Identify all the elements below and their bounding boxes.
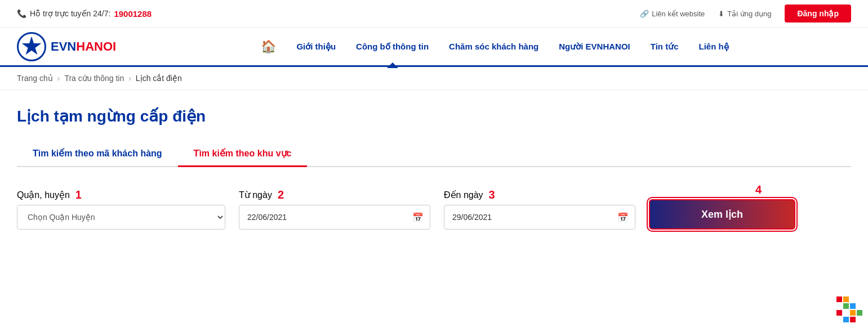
nav-item-congbo[interactable]: Công bố thông tin — [346, 27, 439, 66]
breadcrumb: Trang chủ › Tra cứu thông tin › Lịch cắt… — [0, 67, 868, 90]
link-website[interactable]: 🔗 Liên kết website — [640, 10, 705, 18]
phone-number: 19001288 — [114, 9, 152, 19]
header: EVNHANOI 🏠 Giới thiệu Công bố thông tin … — [0, 28, 868, 67]
support-label: Hỗ trợ trực tuyến 24/7: — [30, 9, 110, 18]
tab-ma-khach-hang[interactable]: Tìm kiếm theo mã khách hàng — [17, 141, 178, 167]
breadcrumb-tracuu[interactable]: Tra cứu thông tin — [64, 74, 124, 83]
dl-icon: ⬇ — [718, 10, 724, 18]
breadcrumb-home[interactable]: Trang chủ — [17, 74, 53, 83]
from-date-input[interactable] — [239, 205, 430, 230]
logo[interactable]: EVNHANOI — [17, 32, 116, 61]
topbar-right: 🔗 Liên kết website ⬇ Tải ứng dụng Đăng n… — [640, 5, 851, 23]
from-date-label: Từ ngày — [239, 190, 272, 200]
search-button-group: 4 4 Xem lịch — [649, 183, 795, 230]
nav-home-icon[interactable]: 🏠 — [251, 39, 286, 54]
phone-icon: 📞 — [17, 9, 26, 18]
logo-star — [21, 37, 42, 57]
from-date-label-row: Từ ngày 2 — [239, 188, 430, 201]
breadcrumb-sep-1: › — [57, 74, 60, 83]
search-step-display: 4 — [755, 183, 762, 196]
from-date-step: 2 — [278, 188, 284, 201]
nav-item-tintuc[interactable]: Tin tức — [640, 27, 689, 66]
to-date-wrap: 📅 — [444, 205, 635, 230]
nav-item-lienhe[interactable]: Liên hệ — [689, 27, 739, 66]
main-nav: 🏠 Giới thiệu Công bố thông tin Chăm sóc … — [139, 27, 851, 66]
logo-icon — [17, 32, 46, 61]
link-icon: 🔗 — [640, 10, 649, 18]
to-date-label: Đến ngày — [444, 190, 483, 200]
to-date-step: 3 — [489, 188, 495, 201]
search-btn-wrap: 4 Xem lịch — [649, 199, 795, 230]
district-step: 1 — [75, 188, 82, 201]
nav-item-gioithieu[interactable]: Giới thiệu — [286, 27, 346, 66]
from-date-wrap: 📅 — [239, 205, 430, 230]
nav-item-chamsoc[interactable]: Chăm sóc khách hàng — [439, 27, 549, 66]
login-button[interactable]: Đăng nhập — [785, 5, 851, 23]
to-date-group: Đến ngày 3 📅 — [444, 188, 635, 230]
logo-evn: EVN — [51, 39, 76, 53]
logo-text: EVNHANOI — [51, 39, 116, 54]
district-group: Quận, huyện 1 Chọn Quận Huyện — [17, 188, 225, 230]
download-app[interactable]: ⬇ Tải ứng dụng — [718, 10, 771, 18]
district-label-row: Quận, huyện 1 — [17, 188, 225, 201]
district-label: Quận, huyện — [17, 190, 70, 200]
breadcrumb-current: Lịch cắt điện — [136, 74, 182, 83]
tabs: Tìm kiếm theo mã khách hàng Tìm kiếm the… — [17, 141, 851, 167]
topbar-left: 📞 Hỗ trợ trực tuyến 24/7: 19001288 — [17, 9, 152, 19]
district-select[interactable]: Chọn Quận Huyện — [17, 205, 225, 230]
from-date-group: Từ ngày 2 📅 — [239, 188, 430, 230]
topbar: 📞 Hỗ trợ trực tuyến 24/7: 19001288 🔗 Liê… — [0, 0, 868, 28]
nav-item-nguoievn[interactable]: Người EVNHANOI — [549, 27, 640, 66]
search-form: Quận, huyện 1 Chọn Quận Huyện Từ ngày 2 … — [17, 183, 851, 230]
page-title: Lịch tạm ngừng cấp điện — [17, 107, 851, 125]
to-date-label-row: Đến ngày 3 — [444, 188, 635, 201]
search-button[interactable]: Xem lịch — [649, 199, 795, 230]
tab-khu-vuc[interactable]: Tìm kiếm theo khu vực — [178, 141, 308, 167]
logo-hanoi: HANOI — [76, 39, 116, 53]
main-content: Lịch tạm ngừng cấp điện Tìm kiếm theo mã… — [0, 90, 868, 252]
to-date-input[interactable] — [444, 205, 635, 230]
breadcrumb-sep-2: › — [128, 74, 131, 83]
